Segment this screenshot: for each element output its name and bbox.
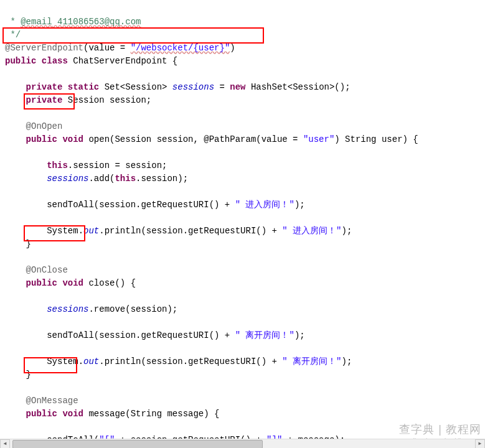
horizontal-scrollbar[interactable]: ◀ ▶ (0, 439, 485, 448)
scroll-thumb[interactable] (12, 440, 263, 448)
scroll-left-button[interactable]: ◀ (0, 439, 10, 448)
code-content: * @email 411086563@qq.com */ @ServerEndp… (5, 16, 480, 448)
scroll-right-button[interactable]: ▶ (475, 439, 485, 448)
code-editor: * @email 411086563@qq.com */ @ServerEndp… (0, 0, 485, 448)
watermark-text: 查字典 | 教程网 (399, 421, 481, 438)
